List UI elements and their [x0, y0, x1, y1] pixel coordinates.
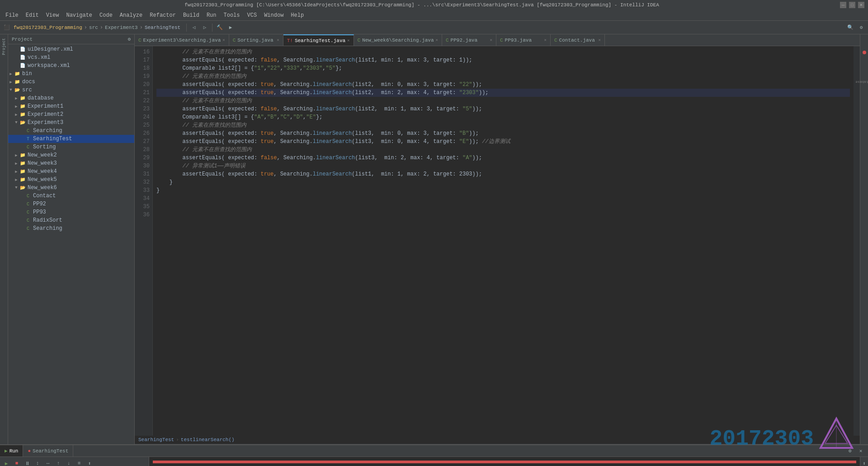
rerun-btn[interactable]: ▶ [2, 459, 11, 466]
tab-icon: C [554, 38, 557, 43]
tree-item-docs[interactable]: ▶ 📁 docs [8, 78, 134, 86]
menu-code[interactable]: Code [96, 11, 116, 19]
tree-item-pp93[interactable]: C PP93 [8, 208, 134, 216]
tab-searching-exp3[interactable]: C Experiment3\Searching.java ✕ [135, 34, 229, 46]
minimize-button[interactable]: ─ [840, 2, 846, 8]
tab-contact[interactable]: C Contact.java ✕ [551, 34, 605, 46]
close-button[interactable]: ✕ [858, 2, 864, 8]
code-line-35: } [156, 178, 850, 186]
tree-item-experiment2[interactable]: ▶ 📁 Experiment2 [8, 110, 134, 119]
sort-btn[interactable]: ≡ [75, 459, 84, 466]
menu-file[interactable]: File [2, 11, 22, 19]
tab-close[interactable]: ✕ [347, 38, 349, 43]
sidebar-options[interactable]: ⚙ [127, 36, 131, 42]
java-file-icon: C [24, 225, 32, 232]
tree-item-experiment1[interactable]: ▶ 📁 Experiment1 [8, 102, 134, 110]
prev-fail-btn[interactable]: ↑ [54, 459, 63, 466]
tree-arrow: ▶ [14, 177, 19, 182]
tab-close[interactable]: ✕ [222, 38, 225, 43]
menu-tools[interactable]: Tools [220, 11, 244, 19]
tree-arrow: ▶ [8, 80, 14, 85]
menu-edit[interactable]: Edit [22, 11, 42, 19]
menu-view[interactable]: View [42, 11, 63, 19]
sidebar-header: Project ⚙ [8, 34, 134, 44]
tree-item-newweek6[interactable]: ▼ 📂 New_week6 [8, 184, 134, 192]
tree-item-bin[interactable]: ▶ 📁 bin [8, 70, 134, 78]
tree-arrow: ▼ [14, 120, 19, 125]
run-close-btn[interactable]: ✕ [856, 447, 865, 456]
code-content[interactable]: // 元素不在所查找的范围内 assertEquals( expected: f… [153, 46, 854, 436]
tree-item-workspace[interactable]: 📄 workspace.xml [8, 62, 134, 70]
run-tab-searhing[interactable]: ● SearhingTest [23, 445, 73, 456]
search-everywhere-icon[interactable]: 🔍 [845, 23, 855, 33]
title-bar: fwq20172303_Programming [C:\Users\45366\… [0, 0, 868, 10]
code-editor[interactable]: 16 17 18 19 20 21 22 23 24 25 26 27 28 2… [135, 46, 860, 436]
scroll-top-btn[interactable]: ⬆ [860, 459, 868, 466]
tab-searhingtест-active[interactable]: T! SearhingTest.java ✕ [283, 34, 354, 46]
run-tabs: ▶ Run ● SearhingTest ⚙ ✕ [0, 445, 868, 457]
settings-icon[interactable]: ⚙ [856, 23, 866, 33]
tree-item-experiment3[interactable]: ▼ 📂 Experiment3 [8, 119, 134, 127]
project-panel-icon[interactable]: Project [1, 36, 7, 57]
build-icon[interactable]: 🔨 [215, 23, 225, 33]
java-file-icon: C [24, 143, 32, 151]
tree-item-searching[interactable]: C Searching [8, 127, 134, 135]
pause-btn[interactable]: ⏸ [23, 459, 32, 466]
tree-item-searhingtест[interactable]: T SearhingTest [8, 135, 134, 143]
tab-close[interactable]: ✕ [599, 38, 601, 43]
collapse-btn[interactable]: ↔ [43, 459, 52, 466]
tree-item-newweek2[interactable]: ▶ 📁 New_week2 [8, 151, 134, 159]
back-icon[interactable]: ◁ [189, 23, 199, 33]
tree-label: PP92 [33, 201, 46, 207]
stop-btn[interactable]: ■ [12, 459, 21, 466]
menu-refactor[interactable]: Refactor [146, 11, 179, 19]
xml-file-icon: 📄 [19, 46, 26, 53]
tree-item-vcs[interactable]: 📄 vcs.xml [8, 53, 134, 62]
tab-pp92[interactable]: C PP92.java ✕ [442, 34, 496, 46]
expand-btn[interactable]: ↕ [33, 459, 42, 466]
menu-build[interactable]: Build [179, 11, 203, 19]
next-fail-btn[interactable]: ↓ [64, 459, 73, 466]
run-tab-run[interactable]: ▶ Run [0, 445, 23, 456]
menu-vcs[interactable]: VCS [244, 11, 261, 19]
tree-item-database[interactable]: ▶ 📁 database [8, 94, 134, 102]
tab-close[interactable]: ✕ [490, 38, 492, 43]
tree-item-uiDesigner[interactable]: 📄 uiDesigner.xml [8, 45, 134, 53]
tab-close[interactable]: ✕ [436, 38, 438, 43]
tree-label: SearhingTest [33, 136, 72, 142]
window-controls[interactable]: ─ □ ✕ [840, 2, 864, 8]
menu-run[interactable]: Run [203, 11, 220, 19]
tree-item-sorting[interactable]: C Sorting [8, 143, 134, 151]
tree-item-pp92[interactable]: C PP92 [8, 200, 134, 208]
menu-navigate[interactable]: Navigate [62, 11, 96, 19]
tree-arrow: ▶ [14, 104, 19, 109]
project-label: Project [12, 37, 33, 42]
forward-icon[interactable]: ▷ [200, 23, 210, 33]
run-tab-icon2: ● [28, 448, 31, 454]
tree-item-src[interactable]: ▼ 📂 src [8, 86, 134, 94]
tab-close[interactable]: ✕ [277, 38, 279, 43]
tab-label: Contact.java [559, 38, 595, 43]
run-tab-icon: ▶ [5, 448, 8, 454]
tree-item-newweek5[interactable]: ▶ 📁 New_week5 [8, 176, 134, 184]
tab-sorting[interactable]: C Sorting.java ✕ [229, 34, 283, 46]
tab-label: PP92.java [451, 38, 477, 43]
database-icon[interactable]: Database [855, 80, 868, 84]
menu-help[interactable]: Help [287, 11, 307, 19]
tree-item-radixsort[interactable]: C RadixSort [8, 216, 134, 224]
menu-analyze[interactable]: Analyze [116, 11, 146, 19]
code-line-17: assertEquals( expected: false, Searching… [156, 56, 850, 64]
tree-item-searching2[interactable]: C Searching [8, 224, 134, 233]
tree-arrow: ▶ [14, 161, 19, 166]
code-line-21: assertEquals( expected: true, Searching.… [156, 81, 850, 89]
tab-newweek6-searching[interactable]: C New_week6\Searching.java ✕ [354, 34, 442, 46]
tab-pp93[interactable]: C PP93.java ✕ [496, 34, 551, 46]
export-btn[interactable]: ⬆ [85, 459, 94, 466]
tree-item-newweek3[interactable]: ▶ 📁 New_week3 [8, 159, 134, 167]
menu-window[interactable]: Window [260, 11, 287, 19]
tree-item-contact[interactable]: C Contact [8, 192, 134, 200]
maximize-button[interactable]: □ [849, 2, 855, 8]
tab-close[interactable]: ✕ [544, 38, 547, 43]
run-config-icon[interactable]: ▶ [226, 23, 236, 33]
tree-item-newweek4[interactable]: ▶ 📁 New_week4 [8, 167, 134, 176]
